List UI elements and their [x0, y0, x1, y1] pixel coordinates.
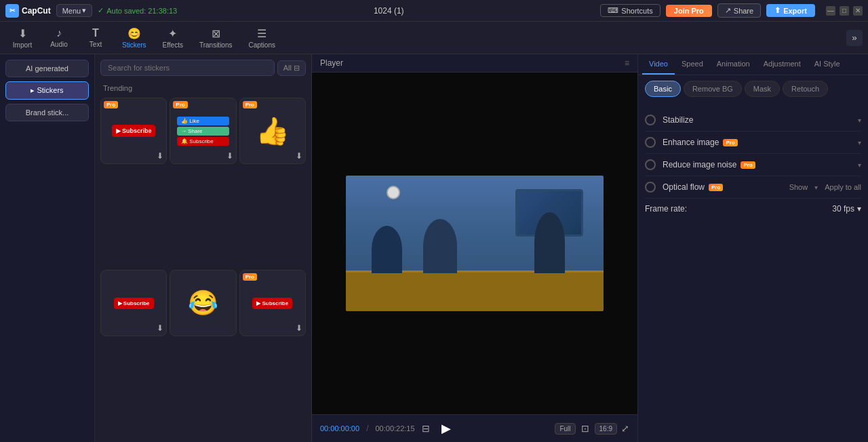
search-input[interactable]	[100, 60, 275, 76]
video-scene-content	[346, 176, 604, 311]
tool-captions[interactable]: ☰ Captions	[242, 24, 282, 52]
stabilize-chevron-icon[interactable]: ▾	[858, 117, 861, 124]
maximize-button[interactable]: □	[840, 6, 849, 16]
stickers-category-button[interactable]: ▸ Stickers	[5, 81, 89, 100]
tab-ai-style[interactable]: AI Style	[808, 54, 847, 75]
subtab-retouch[interactable]: Retouch	[783, 81, 828, 97]
sticker-social-pack[interactable]: Pro 👍 Like → Share 🔔 Subscribe ⬇	[170, 98, 236, 164]
pro-badge: Pro	[104, 101, 118, 108]
ai-generated-button[interactable]: AI generated	[5, 60, 89, 77]
download-icon[interactable]: ⬇	[296, 151, 302, 161]
effects-icon: ✦	[168, 27, 177, 40]
enhance-label: Enhance image Pro	[663, 138, 851, 147]
menu-button[interactable]: Menu ▾	[56, 4, 93, 17]
captions-icon: ☰	[257, 27, 267, 40]
sticker-emoji-laugh[interactable]: 😂	[170, 270, 236, 336]
frame-rate-value[interactable]: 30 fps ▾	[832, 204, 861, 214]
sticker-subscribe-content3: ▶Subscribe	[252, 298, 292, 309]
filter-button[interactable]: All ⊟	[277, 60, 306, 76]
tool-transitions[interactable]: ⊠ Transitions	[193, 24, 239, 52]
optical-flow-row: Optical flow Pro Show ▾ Apply to all	[645, 176, 861, 199]
brand-stickers-button[interactable]: Brand stick...	[5, 104, 89, 121]
tab-adjustment[interactable]: Adjustment	[757, 54, 808, 75]
stabilize-label: Stabilize	[663, 115, 851, 125]
download-icon[interactable]: ⬇	[157, 151, 163, 161]
player-right-controls: Full ⊡ 16:9 ⤢	[555, 422, 629, 435]
download-icon[interactable]: ⬇	[226, 151, 233, 161]
stickers-icon: 😊	[127, 27, 141, 40]
time-total: 00:00:22:15	[375, 424, 414, 433]
full-button[interactable]: Full	[555, 423, 575, 435]
subtab-remove-bg[interactable]: Remove BG	[684, 81, 742, 97]
apply-to-all-button[interactable]: Apply to all	[825, 183, 861, 191]
tool-stickers[interactable]: 😊 Stickers	[115, 24, 153, 52]
subtab-mask[interactable]: Mask	[745, 81, 780, 97]
enhance-pro-badge: Pro	[723, 139, 737, 146]
sticker-subscribe-2[interactable]: ▶Subscribe ⬇	[100, 270, 167, 336]
download-icon[interactable]: ⬇	[157, 323, 163, 333]
player-menu-icon[interactable]: ≡	[625, 58, 629, 68]
player-header: Player ≡	[312, 54, 637, 73]
person-shape-3	[534, 212, 565, 273]
reduce-noise-label: Reduce image noise Pro	[663, 160, 851, 169]
stickers-panel: All ⊟ Trending Pro ▶Subscribe ⬇ Pro 👍 Li…	[95, 54, 312, 442]
laugh-emoji-icon: 😂	[188, 289, 218, 317]
person-shape-2	[423, 219, 457, 273]
frame-rate-row: Frame rate: 30 fps ▾	[645, 199, 861, 219]
pro-badge: Pro	[173, 101, 187, 108]
enhance-chevron-icon[interactable]: ▾	[858, 139, 861, 146]
project-title: 1024 (1)	[182, 6, 595, 16]
tool-text[interactable]: T Text	[79, 24, 113, 51]
tab-video[interactable]: Video	[642, 54, 675, 75]
app-name: CapCut	[22, 6, 51, 16]
reduce-noise-pro-badge: Pro	[741, 161, 755, 169]
pro-badge: Pro	[243, 273, 257, 281]
optical-flow-chevron-icon[interactable]: ▾	[814, 184, 818, 191]
sticker-subscribe-3[interactable]: Pro ▶Subscribe ⬇	[239, 270, 306, 336]
tool-effects[interactable]: ✦ Effects	[156, 24, 190, 52]
sticker-subscribe-content2: ▶Subscribe	[114, 298, 154, 309]
logo-icon: ✂	[5, 4, 19, 18]
transitions-icon: ⊠	[212, 27, 220, 40]
minimize-button[interactable]: —	[826, 6, 835, 16]
window-controls: — □ ✕	[826, 6, 863, 16]
optical-flow-toggle[interactable]	[645, 182, 656, 193]
ratio-button[interactable]: 16:9	[595, 423, 617, 435]
timeline-view-button[interactable]: ⊟	[420, 422, 431, 435]
thumbs-up-icon: 👍	[256, 115, 290, 147]
reduce-noise-chevron-icon[interactable]: ▾	[858, 161, 861, 169]
tab-speed[interactable]: Speed	[675, 54, 710, 75]
auto-save-status: ✓ Auto saved: 21:38:13	[98, 6, 177, 15]
sticker-social-content: 👍 Like → Share 🔔 Subscribe	[177, 117, 229, 146]
right-panel-content: Stabilize ▾ Enhance image Pro ▾ Reduce i…	[638, 102, 868, 442]
stabilize-row: Stabilize ▾	[645, 109, 861, 132]
left-panel: AI generated ▸ Stickers Brand stick...	[0, 54, 95, 442]
import-icon: ⬇	[18, 27, 27, 40]
export-icon: ⬆	[774, 6, 781, 15]
tab-animation[interactable]: Animation	[710, 54, 757, 75]
subtab-basic[interactable]: Basic	[645, 81, 681, 97]
tool-audio[interactable]: ♪ Audio	[42, 24, 76, 51]
sticker-thumbs-up[interactable]: Pro 👍 ⬇	[239, 98, 306, 164]
reduce-noise-toggle[interactable]	[645, 159, 656, 170]
share-button[interactable]: ↗ Share	[717, 3, 761, 18]
join-pro-button[interactable]: Join Pro	[666, 5, 712, 17]
screenshot-button[interactable]: ⊡	[580, 422, 591, 435]
download-icon[interactable]: ⬇	[296, 323, 302, 333]
sticker-subscribe-red[interactable]: Pro ▶Subscribe ⬇	[100, 98, 167, 164]
stabilize-toggle[interactable]	[645, 115, 656, 125]
toolbar-more-button[interactable]: »	[846, 30, 863, 46]
fullscreen-button[interactable]: ⤢	[621, 423, 629, 434]
shortcuts-button[interactable]: ⌨ Shortcuts	[600, 4, 660, 17]
tool-import[interactable]: ⬇ Import	[5, 24, 39, 52]
enhance-toggle[interactable]	[645, 137, 656, 148]
time-current: 00:00:00:00	[320, 424, 359, 433]
stickers-grid: Pro ▶Subscribe ⬇ Pro 👍 Like → Share 🔔 Su…	[95, 95, 311, 442]
check-icon: ✓	[98, 6, 104, 15]
filter-icon: ⊟	[294, 64, 300, 73]
export-button[interactable]: ⬆ Export	[766, 4, 815, 17]
audio-icon: ♪	[56, 27, 62, 39]
play-button[interactable]: ▶	[437, 419, 456, 438]
close-button[interactable]: ✕	[853, 6, 863, 16]
share-icon: ↗	[725, 6, 731, 15]
